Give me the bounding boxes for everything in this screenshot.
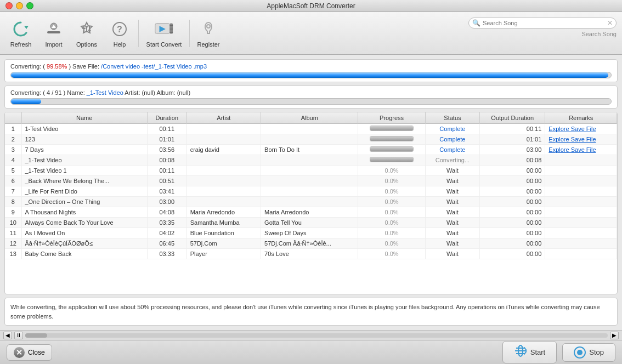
table-row: 1 1-Test Video 00:11 Complete 00:11 Expl… bbox=[5, 124, 617, 134]
scrollbar-thumb[interactable] bbox=[25, 333, 47, 338]
help-label: Help bbox=[114, 41, 126, 48]
notice-text: While converting, the application will u… bbox=[10, 304, 600, 320]
row-progress bbox=[358, 124, 425, 134]
row-name: A Thousand Nights bbox=[21, 207, 147, 218]
row-name: Ãâ·Ñ†»ÒèÎèÇúÍÃÖØøÕ≤ bbox=[21, 238, 147, 249]
row-remarks bbox=[545, 166, 617, 176]
row-remarks bbox=[545, 238, 617, 249]
close-button[interactable]: ✕ Close bbox=[7, 344, 52, 361]
title-bar: AppleMacSoft DRM Converter bbox=[0, 0, 622, 12]
progress-bar-inner-2 bbox=[11, 99, 41, 104]
table-row: 13 Baby Come Back 03:33 Player 70s Love … bbox=[5, 249, 617, 259]
progress-label-2: Converting: ( 4 / 91 ) Name: _1-Test Vid… bbox=[10, 89, 612, 96]
col-output-dur: Output Duration bbox=[480, 112, 545, 124]
converting-text-5: Artist: bbox=[123, 89, 142, 96]
row-progress: 0.0% bbox=[358, 228, 425, 238]
row-progress bbox=[358, 145, 425, 155]
converting-album: (null) bbox=[177, 89, 190, 96]
table-row: 8 _One Direction – One Thing 03:00 0.0% … bbox=[5, 197, 617, 207]
row-progress: 0.0% bbox=[358, 207, 425, 218]
row-name: _One Direction – One Thing bbox=[21, 197, 147, 207]
minimize-window-button[interactable] bbox=[16, 2, 23, 9]
svg-rect-9 bbox=[88, 30, 91, 31]
clear-search-icon[interactable]: ✕ bbox=[607, 19, 613, 27]
row-output-duration: 00:00 bbox=[480, 186, 545, 197]
row-duration: 00:11 bbox=[147, 166, 186, 176]
row-name: Always Come Back To Your Love bbox=[21, 218, 147, 228]
start-icon bbox=[514, 344, 527, 360]
converting-text-2: ) Save File: bbox=[67, 63, 101, 70]
row-remarks: Explore Save File bbox=[545, 145, 617, 155]
help-button[interactable]: ? Help bbox=[104, 15, 135, 52]
search-box[interactable]: 🔍 ✕ bbox=[468, 18, 617, 29]
main-content: Converting: ( 99.58% ) Save File: /Conve… bbox=[0, 55, 622, 330]
row-album: Sweep Of Days bbox=[261, 228, 358, 238]
start-convert-button[interactable]: Start Convert bbox=[142, 15, 186, 52]
start-label: Start bbox=[530, 348, 545, 356]
row-album: Born To Do It bbox=[261, 145, 358, 155]
start-convert-icon bbox=[154, 19, 174, 39]
scroll-left-button[interactable]: ◀ bbox=[3, 332, 12, 339]
import-icon bbox=[44, 19, 64, 39]
row-progress: 0.0% bbox=[358, 218, 425, 228]
row-progress: 0.0% bbox=[358, 238, 425, 249]
stop-button[interactable]: Stop bbox=[562, 343, 615, 362]
row-duration: 06:45 bbox=[147, 238, 186, 249]
col-num bbox=[5, 112, 21, 124]
window-controls[interactable] bbox=[5, 2, 33, 9]
converting-name: _1-Test Video bbox=[87, 89, 123, 96]
row-album bbox=[261, 186, 358, 197]
converting-pct-1: 99.58% bbox=[47, 63, 67, 70]
converting-artist: (null) bbox=[142, 89, 155, 96]
converting-text-6: Album: bbox=[155, 89, 177, 96]
scroll-pause-button[interactable]: ⏸ bbox=[14, 332, 23, 339]
row-album: Maria Arredondo bbox=[261, 207, 358, 218]
notice-box: While converting, the application will u… bbox=[4, 298, 618, 326]
toolbar: Refresh Import Options bbox=[0, 12, 622, 55]
row-name: _Life For Rent Dido bbox=[21, 186, 147, 197]
row-progress: 0.0% bbox=[358, 166, 425, 176]
row-name: _1-Test Video 1 bbox=[21, 166, 147, 176]
row-remarks bbox=[545, 186, 617, 197]
row-num: 5 bbox=[5, 166, 21, 176]
import-button[interactable]: Import bbox=[38, 15, 69, 52]
row-duration: 01:01 bbox=[147, 134, 186, 145]
row-album bbox=[261, 124, 358, 134]
row-num: 9 bbox=[5, 207, 21, 218]
search-input[interactable] bbox=[483, 20, 607, 26]
maximize-window-button[interactable] bbox=[26, 2, 33, 9]
statusbar: ◀ ⏸ ▶ bbox=[0, 330, 622, 340]
table-row: 9 A Thousand Nights 04:08 Maria Arredond… bbox=[5, 207, 617, 218]
row-album: 57Dj.Com Ãâ·Ñ†»ÒèÎè... bbox=[261, 238, 358, 249]
row-artist bbox=[186, 124, 261, 134]
converting-count: 4 / 91 bbox=[47, 89, 62, 96]
row-status: Wait bbox=[425, 238, 479, 249]
refresh-button[interactable]: Refresh bbox=[5, 15, 36, 52]
progress-bar-inner-1 bbox=[11, 72, 608, 78]
table-row: 5 _1-Test Video 1 00:11 0.0% Wait 00:00 bbox=[5, 166, 617, 176]
progress-section-2: Converting: ( 4 / 91 ) Name: _1-Test Vid… bbox=[4, 86, 618, 109]
row-num: 3 bbox=[5, 145, 21, 155]
close-label: Close bbox=[28, 349, 45, 356]
row-remarks bbox=[545, 176, 617, 186]
table-body: 1 1-Test Video 00:11 Complete 00:11 Expl… bbox=[5, 124, 617, 259]
row-output-duration: 00:00 bbox=[480, 249, 545, 259]
scroll-right-button[interactable]: ▶ bbox=[610, 332, 619, 339]
row-artist bbox=[186, 166, 261, 176]
row-duration: 00:08 bbox=[147, 155, 186, 166]
register-button[interactable]: Register bbox=[193, 15, 224, 52]
converting-path-1: /Convert video -test/_1-Test Video .mp3 bbox=[101, 63, 207, 70]
register-icon bbox=[199, 19, 218, 39]
converting-text-1: Converting: ( bbox=[10, 63, 47, 70]
row-artist: Samantha Mumba bbox=[186, 218, 261, 228]
toolbar-separator-1 bbox=[138, 20, 139, 47]
table-row: 11 As I Moved On 04:02 Blue Foundation S… bbox=[5, 228, 617, 238]
table-row: 4 _1-Test Video 00:08 Converting... 00:0… bbox=[5, 155, 617, 166]
scrollbar-track[interactable] bbox=[25, 333, 608, 338]
row-status: Converting... bbox=[425, 155, 479, 166]
start-button[interactable]: Start bbox=[502, 341, 557, 363]
close-window-button[interactable] bbox=[5, 2, 13, 9]
options-button[interactable]: Options bbox=[71, 15, 102, 52]
row-album: 70s Love bbox=[261, 249, 358, 259]
converting-text-4: ) Name: bbox=[62, 89, 87, 96]
